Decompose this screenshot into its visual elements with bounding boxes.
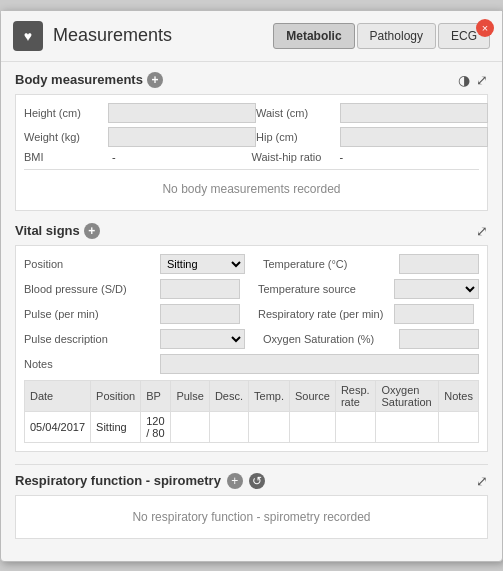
main-window: × ♥ Measurements Metabolic Pathology ECG…	[0, 10, 503, 562]
respiratory-expand-icon[interactable]: ⤢	[476, 473, 488, 489]
weight-col: Weight (kg)	[24, 127, 256, 147]
pulse-desc-label: Pulse description	[24, 333, 154, 345]
cell-bp: 120 / 80	[141, 411, 171, 442]
pulse-label: Pulse (per min)	[24, 308, 154, 320]
col-date: Date	[25, 380, 91, 411]
respiratory-section: Respiratory function - spirometry + ↺ ⤢ …	[15, 464, 488, 539]
title-left: ♥ Measurements	[13, 21, 172, 51]
height-input[interactable]	[108, 103, 256, 123]
cell-position: Sitting	[91, 411, 141, 442]
col-oxygen: Oxygen Saturation	[376, 380, 439, 411]
vital-signs-actions: ⤢	[476, 223, 488, 239]
temperature-input[interactable]	[399, 254, 479, 274]
import-respiratory-button[interactable]: ↺	[249, 473, 265, 489]
table-header-row: Date Position BP Pulse Desc. Temp. Sourc…	[25, 380, 479, 411]
col-pulse: Pulse	[171, 380, 210, 411]
weight-input[interactable]	[108, 127, 256, 147]
waist-label: Waist (cm)	[256, 107, 336, 119]
title-bar: ♥ Measurements Metabolic Pathology ECG	[1, 11, 502, 62]
tab-group: Metabolic Pathology ECG	[273, 23, 490, 49]
vitals-grid: Position Sitting Standing Lying Temperat…	[15, 245, 488, 452]
pulse-input[interactable]	[160, 304, 240, 324]
col-resp: Resp. rate	[335, 380, 376, 411]
respiratory-title: Respiratory function - spirometry	[15, 473, 221, 488]
temp-source-label: Temperature source	[258, 283, 388, 295]
position-select[interactable]: Sitting Standing Lying	[160, 254, 245, 274]
waist-col: Waist (cm)	[256, 103, 488, 123]
add-vital-sign-button[interactable]: +	[84, 223, 100, 239]
notes-input[interactable]	[160, 354, 479, 374]
pulse-resprate-row: Pulse (per min) Respiratory rate (per mi…	[24, 304, 479, 324]
temperature-label: Temperature (°C)	[263, 258, 393, 270]
height-weight-row: Height (cm) Waist (cm)	[24, 103, 479, 123]
oxygen-input[interactable]	[399, 329, 479, 349]
no-body-measurements-text: No body measurements recorded	[24, 176, 479, 202]
body-measurements-header: Body measurements + ◑ ⤢	[15, 72, 488, 88]
respiratory-header: Respiratory function - spirometry + ↺ ⤢	[15, 473, 488, 489]
respiratory-grid: No respiratory function - spirometry rec…	[15, 495, 488, 539]
table-row: 05/04/2017 Sitting 120 / 80	[25, 411, 479, 442]
weight-label: Weight (kg)	[24, 131, 104, 143]
bp-input[interactable]	[160, 279, 240, 299]
vital-signs-section: Vital signs + ⤢ Position Sitting Standin…	[15, 223, 488, 452]
vital-signs-title: Vital signs +	[15, 223, 100, 239]
col-source: Source	[290, 380, 336, 411]
col-notes: Notes	[439, 380, 479, 411]
cell-oxygen	[376, 411, 439, 442]
bmi-col: BMI -	[24, 151, 252, 163]
waist-hip-label: Waist-hip ratio	[252, 151, 332, 163]
notes-label: Notes	[24, 358, 154, 370]
bp-label: Blood pressure (S/D)	[24, 283, 154, 295]
height-label: Height (cm)	[24, 107, 104, 119]
bmi-label: BMI	[24, 151, 104, 163]
cell-resp	[335, 411, 376, 442]
waist-input[interactable]	[340, 103, 488, 123]
col-desc: Desc.	[209, 380, 248, 411]
col-bp: BP	[141, 380, 171, 411]
body-measurements-grid: Height (cm) Waist (cm) Weight (kg) Hip (…	[15, 94, 488, 211]
position-label: Position	[24, 258, 154, 270]
add-respiratory-button[interactable]: +	[227, 473, 243, 489]
waist-hip-col: Waist-hip ratio -	[252, 151, 480, 163]
no-respiratory-text: No respiratory function - spirometry rec…	[24, 504, 479, 530]
vital-expand-icon[interactable]: ⤢	[476, 223, 488, 239]
pulsedesc-oxygen-row: Pulse description Oxygen Saturation (%)	[24, 329, 479, 349]
page-title: Measurements	[53, 25, 172, 46]
position-temp-row: Position Sitting Standing Lying Temperat…	[24, 254, 479, 274]
cell-date: 05/04/2017	[25, 411, 91, 442]
close-button[interactable]: ×	[476, 19, 494, 37]
waist-hip-value: -	[336, 151, 348, 163]
col-temp: Temp.	[249, 380, 290, 411]
cell-notes	[439, 411, 479, 442]
hip-col: Hip (cm)	[256, 127, 488, 147]
temp-source-select[interactable]	[394, 279, 479, 299]
tab-metabolic[interactable]: Metabolic	[273, 23, 354, 49]
expand-icon[interactable]: ⤢	[476, 72, 488, 88]
pulse-desc-select[interactable]	[160, 329, 245, 349]
cell-temp	[249, 411, 290, 442]
add-body-measurement-button[interactable]: +	[147, 72, 163, 88]
bmi-value: -	[108, 151, 120, 163]
body-measurements-actions: ◑ ⤢	[458, 72, 488, 88]
oxygen-label: Oxygen Saturation (%)	[263, 333, 393, 345]
cell-pulse	[171, 411, 210, 442]
bmi-waist-hip-row: BMI - Waist-hip ratio -	[24, 151, 479, 163]
resp-rate-input[interactable]	[394, 304, 474, 324]
body-measurements-title: Body measurements +	[15, 72, 163, 88]
cell-source	[290, 411, 336, 442]
vital-signs-header: Vital signs + ⤢	[15, 223, 488, 239]
logo-icon: ♥	[24, 28, 32, 44]
weight-hip-row: Weight (kg) Hip (cm)	[24, 127, 479, 147]
app-logo: ♥	[13, 21, 43, 51]
height-col: Height (cm)	[24, 103, 256, 123]
main-content: Body measurements + ◑ ⤢ Height (cm)	[1, 62, 502, 561]
col-position: Position	[91, 380, 141, 411]
hip-input[interactable]	[340, 127, 488, 147]
vitals-table: Date Position BP Pulse Desc. Temp. Sourc…	[24, 380, 479, 443]
respiratory-title-group: Respiratory function - spirometry + ↺	[15, 473, 265, 489]
cell-desc	[209, 411, 248, 442]
body-measurements-section: Body measurements + ◑ ⤢ Height (cm)	[15, 72, 488, 211]
notes-row: Notes	[24, 354, 479, 374]
pie-chart-icon[interactable]: ◑	[458, 72, 470, 88]
tab-pathology[interactable]: Pathology	[357, 23, 436, 49]
